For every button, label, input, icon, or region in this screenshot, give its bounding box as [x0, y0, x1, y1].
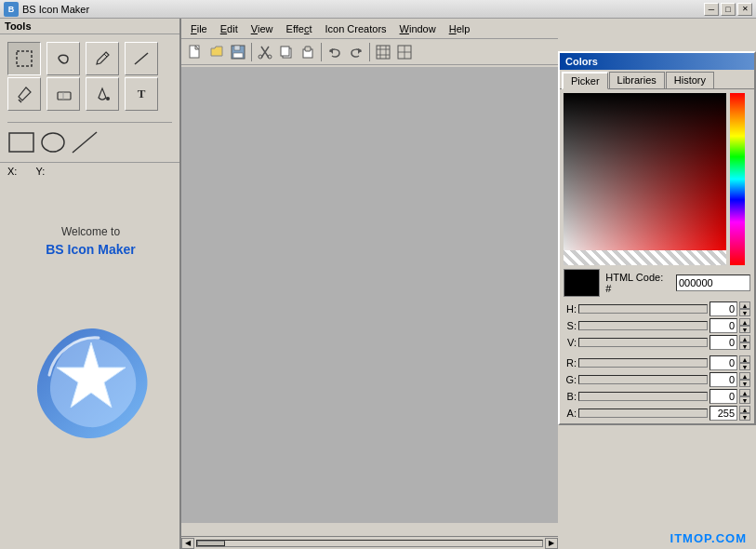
color-swatch [564, 269, 600, 297]
fill-tool[interactable] [86, 77, 119, 111]
pencil-tool[interactable] [86, 42, 119, 75]
maximize-button[interactable]: □ [721, 3, 736, 16]
v-slider-row: V: ▲ ▼ [564, 334, 750, 351]
svg-rect-14 [233, 53, 243, 58]
b-spin-up[interactable]: ▲ [739, 389, 750, 396]
r-spin-up[interactable]: ▲ [739, 355, 750, 363]
undo-button[interactable] [325, 42, 345, 62]
tools-shapes [0, 127, 179, 158]
a-input[interactable] [710, 406, 737, 421]
g-track[interactable] [578, 375, 708, 384]
y-label: Y: [35, 166, 45, 177]
line-tool[interactable] [125, 42, 158, 75]
tools-separator [7, 122, 172, 123]
welcome-line2: BS Icon Maker [9, 242, 172, 257]
svg-rect-23 [377, 46, 390, 59]
g-input[interactable] [710, 372, 737, 387]
color-gradient[interactable] [564, 93, 726, 265]
selection-tool[interactable] [7, 42, 41, 75]
paste-button[interactable] [298, 42, 318, 62]
menu-edit[interactable]: Edit [215, 20, 244, 38]
minimize-button[interactable]: ─ [704, 3, 719, 16]
html-code-label: HTML Code: # [605, 272, 670, 294]
open-button[interactable] [206, 42, 227, 62]
h-label: H: [564, 303, 577, 315]
scroll-thumb[interactable] [197, 541, 225, 546]
tab-history[interactable]: History [666, 72, 714, 88]
welcome-line1: Welcome to [9, 225, 172, 238]
menu-help[interactable]: Help [444, 20, 476, 38]
r-slider-row: R: ▲ ▼ [564, 355, 750, 371]
menu-effect[interactable]: Effect [281, 20, 318, 38]
h-input[interactable] [710, 301, 737, 316]
a-label: A: [564, 408, 577, 419]
gradient-bg [564, 93, 726, 265]
text-tool[interactable]: T [125, 77, 158, 111]
eyedropper-tool[interactable] [7, 77, 41, 111]
r-track[interactable] [578, 358, 708, 368]
rect-shape-tool[interactable] [7, 130, 35, 154]
menu-file[interactable]: File [185, 20, 213, 38]
v-spin-down[interactable]: ▼ [739, 342, 750, 350]
b-input[interactable] [710, 389, 737, 404]
s-spin[interactable]: ▲ ▼ [739, 318, 750, 333]
a-spin[interactable]: ▲ ▼ [739, 406, 750, 421]
s-track[interactable] [578, 321, 708, 330]
resize-button[interactable] [373, 42, 393, 62]
s-slider-row: S: ▲ ▼ [564, 317, 750, 334]
new-button[interactable] [185, 42, 206, 62]
lasso-tool[interactable] [46, 42, 80, 75]
scroll-right-btn[interactable]: ▶ [545, 538, 558, 549]
s-spin-up[interactable]: ▲ [739, 318, 750, 326]
color-picker-area[interactable] [564, 93, 750, 265]
h-spin[interactable]: ▲ ▼ [739, 301, 750, 316]
b-spin-down[interactable]: ▼ [739, 396, 750, 404]
h-slider-row: H: ▲ ▼ [564, 301, 750, 317]
g-spin-down[interactable]: ▼ [739, 380, 750, 387]
a-track[interactable] [578, 408, 708, 418]
h-track[interactable] [578, 304, 708, 314]
b-track[interactable] [578, 392, 708, 401]
g-slider-row: G: ▲ ▼ [564, 371, 750, 388]
menu-icon-creators[interactable]: Icon Creators [320, 20, 392, 38]
x-label: X: [7, 166, 17, 177]
b-spin[interactable]: ▲ ▼ [739, 389, 750, 404]
line-shape-tool[interactable] [71, 130, 99, 154]
cut-button[interactable] [255, 42, 275, 62]
s-spin-down[interactable]: ▼ [739, 326, 750, 333]
r-spin-down[interactable]: ▼ [739, 363, 750, 370]
hue-bar[interactable] [730, 93, 745, 265]
r-label: R: [564, 357, 577, 368]
a-slider-row: A: ▲ ▼ [564, 405, 750, 422]
hscrollbar[interactable]: ◀ ▶ [181, 536, 558, 549]
tab-picker[interactable]: Picker [562, 72, 608, 89]
ellipse-shape-tool[interactable] [39, 130, 67, 154]
g-spin-up[interactable]: ▲ [739, 372, 750, 380]
s-input[interactable] [710, 318, 737, 333]
a-spin-down[interactable]: ▼ [739, 413, 750, 421]
html-code-input[interactable] [676, 274, 750, 291]
canvas-inner[interactable] [181, 67, 558, 523]
menu-window[interactable]: Window [394, 20, 442, 38]
v-spin[interactable]: ▲ ▼ [739, 335, 750, 350]
r-spin[interactable]: ▲ ▼ [739, 355, 750, 370]
save-button[interactable] [228, 42, 248, 62]
canvas-button[interactable] [394, 42, 415, 62]
v-input[interactable] [710, 335, 737, 350]
r-input[interactable] [710, 355, 737, 370]
h-spin-down[interactable]: ▼ [739, 309, 750, 316]
close-button[interactable]: ✕ [737, 3, 752, 16]
menu-view[interactable]: View [245, 20, 279, 38]
a-spin-up[interactable]: ▲ [739, 406, 750, 413]
redo-button[interactable] [346, 42, 366, 62]
g-spin[interactable]: ▲ ▼ [739, 372, 750, 387]
v-spin-up[interactable]: ▲ [739, 335, 750, 342]
copy-button[interactable] [276, 42, 297, 62]
eraser-tool[interactable] [46, 77, 80, 111]
v-track[interactable] [578, 338, 708, 347]
tab-libraries[interactable]: Libraries [609, 72, 665, 88]
b-label: B: [564, 391, 577, 402]
h-spin-up[interactable]: ▲ [739, 301, 750, 309]
scroll-left-btn[interactable]: ◀ [181, 538, 194, 549]
svg-rect-4 [58, 92, 71, 100]
